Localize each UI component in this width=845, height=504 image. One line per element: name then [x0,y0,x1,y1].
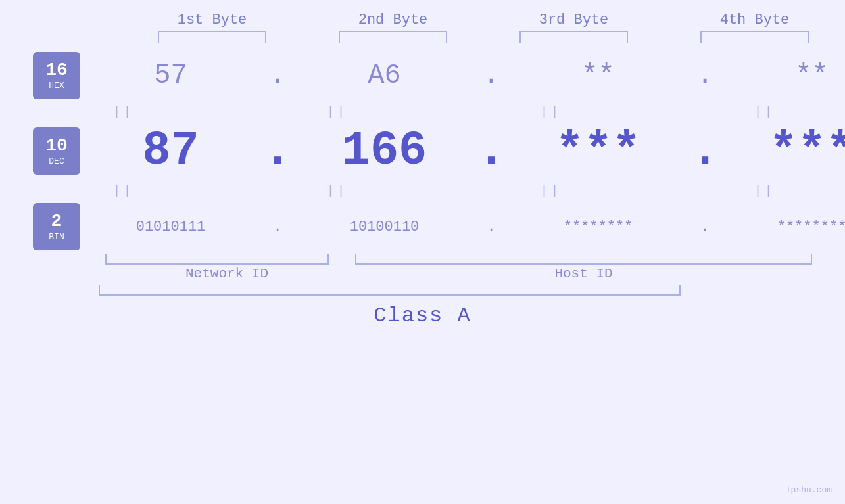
eq2-b3: || [460,183,641,198]
bin-b4: ******** [721,219,845,235]
hex-badge: 16 HEX [33,52,80,99]
dec-badge-label: DEC [49,156,64,166]
id-labels: Network ID Host ID [0,266,845,281]
bracket-line-b2 [339,31,447,43]
bin-b1: 01010111 [80,219,261,235]
bin-badge-number: 2 [51,212,62,232]
bracket-line-b3 [519,31,628,43]
class-label: Class A [374,304,471,328]
hex-b3-value: ** [581,60,614,91]
equals1-b2: || [326,104,347,120]
dec-sep3: . [688,124,721,178]
hex-b3: ** [508,60,688,91]
hex-badge-label: HEX [49,81,64,91]
bin-sep2: . [475,219,508,235]
bin-dot3: . [700,219,709,235]
bracket-b3 [483,31,664,43]
bin-dot2: . [487,219,495,235]
byte4-header: 4th Byte [664,12,845,28]
byte2-header: 2nd Byte [302,12,483,28]
eq1-b1: || [33,104,214,120]
host-id-bracket-container [355,254,845,265]
hex-badge-number: 16 [45,60,68,81]
network-id-text: Network ID [185,266,268,281]
equals1-b4: || [754,104,775,120]
hex-sep3: . [688,60,721,91]
hex-sep1: . [261,60,294,91]
equals1-b3: || [540,104,561,120]
bin-sep3: . [688,219,721,235]
dec-dot2: . [477,124,505,178]
dec-dot3: . [690,124,719,178]
equals2-b4: || [754,183,775,198]
eq1-b3: || [460,104,641,120]
bin-dot1: . [273,219,281,235]
hex-b4-value: ** [795,60,828,91]
equals2-b2: || [326,183,347,198]
network-id-bracket-container [99,254,355,265]
dec-b4: *** [721,124,845,178]
equals2-b3: || [540,183,561,198]
hex-b1-value: 57 [154,60,187,91]
dec-b3: *** [508,124,688,178]
hex-dot1: . [269,60,285,91]
bottom-brackets [0,254,845,265]
hex-b1: 57 [80,60,261,91]
bracket-b2 [302,31,483,43]
watermark-text: ipshu.com [786,485,832,495]
class-row: Class A [0,304,845,328]
bin-badge: 2 BIN [33,203,80,250]
full-bracket-row [0,285,845,296]
eq1-b4: || [674,104,845,120]
bracket-line-b1 [158,31,266,43]
eq2-b4: || [674,183,845,198]
byte-headers: 1st Byte 2nd Byte 3rd Byte 4th Byte [0,12,845,28]
main-container: 1st Byte 2nd Byte 3rd Byte 4th Byte 16 H… [0,0,845,504]
full-bracket-line [99,285,681,296]
dec-b3-value: *** [556,124,641,178]
full-bracket-container [99,285,713,296]
bin-badge-label: BIN [49,232,64,242]
host-id-label: Host ID [355,266,845,281]
bin-sep1: . [261,219,294,235]
bin-b2-value: 10100110 [350,219,420,235]
top-brackets [0,31,845,43]
dec-b1-value: 87 [142,124,199,178]
host-id-bracket-line [355,254,812,265]
dec-dot1: . [263,124,291,178]
eq2-b1: || [33,183,214,198]
hex-sep2: . [475,60,508,91]
byte1-header: 1st Byte [122,12,302,28]
bin-b4-value: ******** [777,219,845,235]
bin-b2: 10100110 [294,219,475,235]
hex-b2-value: A6 [368,60,400,91]
equals1-b1: || [112,104,133,120]
network-id-label: Network ID [99,266,355,281]
bracket-b4 [664,31,845,43]
bin-b3: ******** [508,219,688,235]
dec-sep2: . [475,124,508,178]
eq2-b2: || [247,183,427,198]
bin-b1-value: 01010111 [136,219,206,235]
equals2-b1: || [112,183,133,198]
dec-badge: 10 DEC [33,127,80,175]
host-id-text: Host ID [554,266,612,281]
hex-dot2: . [483,60,499,91]
network-id-bracket-line [105,254,329,265]
hex-b2: A6 [294,60,475,91]
bracket-b1 [122,31,302,43]
bracket-line-b4 [700,31,809,43]
dec-b1: 87 [80,124,261,178]
byte3-header: 3rd Byte [483,12,664,28]
watermark: ipshu.com [786,485,832,495]
eq1-b2: || [247,104,427,120]
bin-b3-value: ******** [564,219,633,235]
dec-b2: 166 [294,124,475,178]
dec-badge-number: 10 [45,136,68,156]
hex-b4: ** [721,60,845,91]
dec-b4-value: *** [769,124,845,178]
dec-b2-value: 166 [342,124,427,178]
dec-sep1: . [261,124,294,178]
hex-dot3: . [696,60,713,91]
